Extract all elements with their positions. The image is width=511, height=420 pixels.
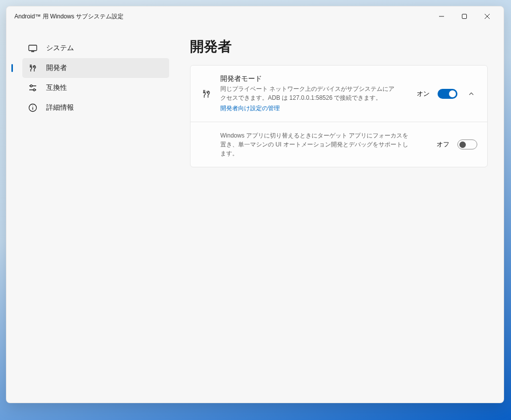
- sidebar-item-label: 互換性: [46, 83, 67, 92]
- manage-developer-settings-link[interactable]: 開発者向け設定の管理: [220, 104, 280, 113]
- sidebar: システム 開発者 互換性 詳細情報: [6, 26, 175, 403]
- svg-rect-1: [462, 14, 467, 19]
- setting-text: 開発者モード 同じプライベート ネットワーク上のデバイスがサブシステムにアクセス…: [220, 74, 409, 113]
- ui-automation-toggle[interactable]: [457, 140, 477, 149]
- app-window: Android™ 用 Windows サブシステム設定 システム 開発者: [6, 6, 504, 403]
- setting-description: Windows アプリに切り替えるときにターゲット アプリにフォーカスを置き、単…: [220, 131, 409, 158]
- titlebar: Android™ 用 Windows サブシステム設定: [6, 6, 504, 26]
- svg-point-11: [32, 106, 33, 106]
- svg-rect-4: [29, 45, 37, 51]
- sidebar-item-about[interactable]: 詳細情報: [22, 98, 169, 118]
- minimize-button[interactable]: [430, 8, 453, 24]
- maximize-button[interactable]: [453, 8, 476, 24]
- sidebar-item-label: 開発者: [46, 64, 67, 72]
- sidebar-item-label: 詳細情報: [46, 103, 74, 112]
- page-title: 開発者: [190, 37, 488, 56]
- developer-mode-toggle[interactable]: [438, 89, 457, 99]
- sidebar-item-label: システム: [46, 44, 74, 53]
- setting-row-developer-mode[interactable]: 開発者モード 同じプライベート ネットワーク上のデバイスがサブシステムにアクセス…: [191, 66, 487, 122]
- setting-description: 同じプライベート ネットワーク上のデバイスがサブシステムにアクセスできます。AD…: [220, 84, 399, 102]
- setting-text: Windows アプリに切り替えるときにターゲット アプリにフォーカスを置き、単…: [220, 131, 429, 158]
- sidebar-item-developer[interactable]: 開発者: [22, 58, 169, 78]
- close-button[interactable]: [476, 8, 499, 24]
- svg-point-9: [33, 89, 35, 91]
- sidebar-item-system[interactable]: システム: [22, 38, 169, 58]
- tools-icon: [28, 64, 37, 72]
- window-title: Android™ 用 Windows サブシステム設定: [14, 12, 430, 21]
- toggle-state-label: オン: [417, 89, 430, 98]
- setting-row-ui-automation: Windows アプリに切り替えるときにターゲット アプリにフォーカスを置き、単…: [191, 122, 487, 167]
- setting-title: 開発者モード: [220, 74, 409, 83]
- display-icon: [28, 44, 37, 53]
- sidebar-item-compatibility[interactable]: 互換性: [22, 78, 169, 98]
- chevron-up-icon[interactable]: [465, 91, 477, 97]
- tools-icon: [200, 89, 212, 99]
- info-icon: [28, 103, 37, 112]
- settings-card: 開発者モード 同じプライベート ネットワーク上のデバイスがサブシステムにアクセス…: [190, 65, 488, 167]
- svg-point-7: [30, 85, 32, 87]
- toggle-state-label: オフ: [437, 140, 449, 149]
- sliders-icon: [28, 83, 37, 92]
- window-body: システム 開発者 互換性 詳細情報 開発者: [6, 26, 504, 403]
- main-content: 開発者 開発者モード 同じプライベート ネットワーク上のデバイスがサブシステムに…: [175, 26, 504, 403]
